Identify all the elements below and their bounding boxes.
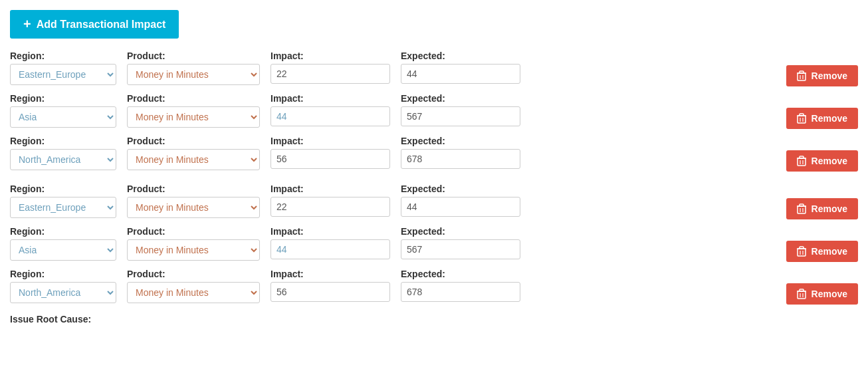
product-label: Product:	[127, 184, 260, 194]
expected-input[interactable]	[401, 106, 520, 126]
impact-group-5: Impact:	[271, 269, 390, 302]
svg-rect-5	[798, 116, 806, 123]
product-select[interactable]: Money in MinutesWire TransferBill PayDir…	[127, 239, 260, 261]
table-row: Region:Eastern_EuropeAsiaNorth_AmericaEu…	[10, 269, 858, 305]
add-button-label: Add Transactional Impact	[37, 19, 166, 31]
table-row: Region:Eastern_EuropeAsiaNorth_AmericaEu…	[10, 51, 858, 86]
product-select[interactable]: Money in MinutesWire TransferBill PayDir…	[127, 106, 260, 128]
product-select[interactable]: Money in MinutesWire TransferBill PayDir…	[127, 149, 260, 170]
trash-icon	[797, 70, 806, 81]
region-label: Region:	[10, 269, 116, 279]
expected-input[interactable]	[401, 239, 520, 259]
impact-group-0: Impact:	[271, 51, 390, 84]
impact-label: Impact:	[271, 226, 390, 237]
product-select[interactable]: Money in MinutesWire TransferBill PayDir…	[127, 64, 260, 85]
expected-group-1: Expected:	[401, 93, 520, 126]
remove-label: Remove	[812, 70, 847, 81]
table-row: Region:Eastern_EuropeAsiaNorth_AmericaEu…	[10, 136, 858, 172]
product-label: Product:	[127, 93, 260, 104]
product-label: Product:	[127, 51, 260, 61]
impact-input[interactable]	[271, 239, 390, 259]
product-label: Product:	[127, 269, 260, 279]
expected-input[interactable]	[401, 149, 520, 169]
region-group-1: Region:Eastern_EuropeAsiaNorth_AmericaEu…	[10, 93, 116, 128]
remove-button[interactable]: Remove	[786, 108, 858, 129]
table-row: Region:Eastern_EuropeAsiaNorth_AmericaEu…	[10, 184, 858, 219]
add-transactional-impact-button[interactable]: + Add Transactional Impact	[10, 10, 179, 39]
region-select[interactable]: Eastern_EuropeAsiaNorth_AmericaEuropeLat…	[10, 106, 116, 128]
impact-label: Impact:	[271, 136, 390, 146]
remove-label: Remove	[812, 246, 847, 257]
expected-input[interactable]	[401, 282, 520, 302]
svg-rect-0	[798, 73, 806, 80]
expected-label: Expected:	[401, 136, 520, 146]
svg-rect-20	[798, 249, 806, 256]
trash-icon	[797, 246, 806, 257]
product-group-3: Product:Money in MinutesWire TransferBil…	[127, 184, 260, 218]
expected-group-5: Expected:	[401, 269, 520, 302]
region-label: Region:	[10, 136, 116, 146]
product-group-5: Product:Money in MinutesWire TransferBil…	[127, 269, 260, 303]
expected-group-0: Expected:	[401, 51, 520, 84]
impact-rows-container: Region:Eastern_EuropeAsiaNorth_AmericaEu…	[10, 51, 858, 311]
product-label: Product:	[127, 136, 260, 146]
impact-label: Impact:	[271, 269, 390, 279]
remove-button[interactable]: Remove	[786, 283, 858, 305]
impact-label: Impact:	[271, 93, 390, 104]
table-row: Region:Eastern_EuropeAsiaNorth_AmericaEu…	[10, 226, 858, 262]
expected-group-4: Expected:	[401, 226, 520, 259]
region-label: Region:	[10, 184, 116, 194]
expected-label: Expected:	[401, 184, 520, 194]
impact-input[interactable]	[271, 64, 390, 84]
impact-input[interactable]	[271, 197, 390, 217]
trash-icon	[797, 289, 806, 299]
product-group-0: Product:Money in MinutesWire TransferBil…	[127, 51, 260, 85]
product-group-4: Product:Money in MinutesWire TransferBil…	[127, 226, 260, 261]
trash-icon	[797, 156, 806, 166]
expected-input[interactable]	[401, 64, 520, 84]
expected-label: Expected:	[401, 51, 520, 61]
svg-rect-15	[798, 206, 806, 213]
issue-root-cause-label: Issue Root Cause:	[10, 314, 858, 324]
remove-label: Remove	[812, 156, 847, 166]
expected-label: Expected:	[401, 93, 520, 104]
region-group-3: Region:Eastern_EuropeAsiaNorth_AmericaEu…	[10, 184, 116, 218]
remove-button[interactable]: Remove	[786, 150, 858, 172]
remove-button[interactable]: Remove	[786, 65, 858, 86]
region-select[interactable]: Eastern_EuropeAsiaNorth_AmericaEuropeLat…	[10, 64, 116, 85]
region-label: Region:	[10, 226, 116, 237]
region-group-5: Region:Eastern_EuropeAsiaNorth_AmericaEu…	[10, 269, 116, 303]
region-group-4: Region:Eastern_EuropeAsiaNorth_AmericaEu…	[10, 226, 116, 261]
expected-group-2: Expected:	[401, 136, 520, 169]
expected-label: Expected:	[401, 269, 520, 279]
product-group-2: Product:Money in MinutesWire TransferBil…	[127, 136, 260, 170]
impact-label: Impact:	[271, 184, 390, 194]
region-select[interactable]: Eastern_EuropeAsiaNorth_AmericaEuropeLat…	[10, 239, 116, 261]
remove-button[interactable]: Remove	[786, 241, 858, 262]
region-select[interactable]: Eastern_EuropeAsiaNorth_AmericaEuropeLat…	[10, 282, 116, 303]
product-label: Product:	[127, 226, 260, 237]
impact-input[interactable]	[271, 282, 390, 302]
table-row: Region:Eastern_EuropeAsiaNorth_AmericaEu…	[10, 93, 858, 129]
region-label: Region:	[10, 51, 116, 61]
svg-rect-25	[798, 291, 806, 299]
svg-rect-10	[798, 158, 806, 166]
product-select[interactable]: Money in MinutesWire TransferBill PayDir…	[127, 197, 260, 218]
remove-label: Remove	[812, 113, 847, 124]
impact-group-1: Impact:	[271, 93, 390, 126]
region-label: Region:	[10, 93, 116, 104]
region-group-2: Region:Eastern_EuropeAsiaNorth_AmericaEu…	[10, 136, 116, 170]
impact-group-2: Impact:	[271, 136, 390, 169]
remove-label: Remove	[812, 203, 847, 214]
expected-input[interactable]	[401, 197, 520, 217]
impact-group-4: Impact:	[271, 226, 390, 259]
impact-input[interactable]	[271, 106, 390, 126]
remove-label: Remove	[812, 289, 847, 299]
region-select[interactable]: Eastern_EuropeAsiaNorth_AmericaEuropeLat…	[10, 197, 116, 218]
impact-group-3: Impact:	[271, 184, 390, 217]
impact-input[interactable]	[271, 149, 390, 169]
trash-icon	[797, 113, 806, 124]
remove-button[interactable]: Remove	[786, 198, 858, 219]
product-select[interactable]: Money in MinutesWire TransferBill PayDir…	[127, 282, 260, 303]
region-select[interactable]: Eastern_EuropeAsiaNorth_AmericaEuropeLat…	[10, 149, 116, 170]
